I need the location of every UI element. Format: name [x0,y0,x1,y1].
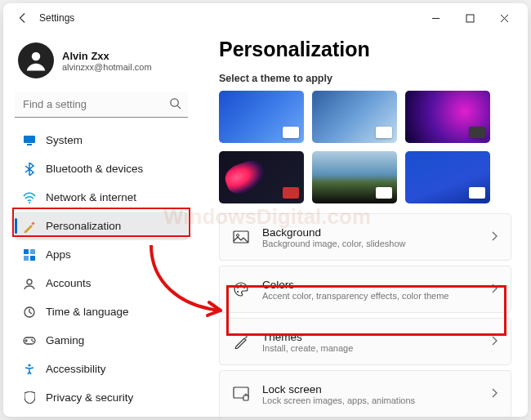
bluetooth-icon [23,163,36,176]
profile-email: alvinzxx@hotmail.com [62,62,152,72]
svg-point-3 [171,99,178,106]
themes-icon [233,333,249,350]
back-button[interactable] [10,5,36,31]
settings-row-colors[interactable]: ColorsAccent color, transparency effects… [219,266,511,313]
row-desc: Lock screen images, apps, animations [262,395,478,405]
network-icon [23,191,36,204]
gaming-icon [23,334,36,347]
sidebar-item-time[interactable]: Time & language [15,297,188,326]
svg-rect-12 [30,256,35,261]
sidebar-item-label: Time & language [46,306,129,318]
row-desc: Install, create, manage [262,343,478,353]
row-title: Lock screen [262,383,478,395]
row-title: Themes [262,331,478,343]
apps-icon [23,248,36,261]
svg-point-18 [28,364,30,366]
theme-thumbnail[interactable] [219,91,304,143]
theme-thumbnail[interactable] [312,91,397,143]
theme-thumbnail[interactable] [405,91,490,143]
chevron-right-icon [491,386,498,401]
theme-thumbnail[interactable] [312,151,397,203]
nav-list: System Bluetooth & devices Network & int… [15,126,188,417]
svg-rect-10 [30,249,35,254]
window-title: Settings [39,12,74,24]
sidebar-item-accessibility[interactable]: Accessibility [15,355,188,383]
theme-thumbnail[interactable] [219,151,304,203]
time-icon [23,306,36,319]
titlebar: Settings [3,3,528,33]
accounts-icon [23,277,36,290]
svg-point-20 [237,235,239,237]
sidebar-item-update[interactable]: Windows Update [15,412,188,417]
sidebar-item-privacy[interactable]: Privacy & security [15,383,188,412]
search-icon [169,97,181,113]
theme-thumbnail[interactable] [405,151,490,203]
profile-name: Alvin Zxx [62,50,152,62]
sidebar-item-label: Gaming [46,334,84,346]
settings-row-themes[interactable]: ThemesInstall, create, manage [219,318,511,365]
sidebar-item-network[interactable]: Network & internet [15,183,188,212]
sidebar-item-personalization[interactable]: Personalization [15,212,188,240]
svg-rect-5 [24,136,35,143]
sidebar-item-label: Personalization [46,220,121,232]
personalization-icon [23,220,36,233]
sidebar-item-label: Bluetooth & devices [46,163,143,175]
svg-rect-11 [24,256,29,261]
row-desc: Background image, color, slideshow [262,239,478,248]
search-input[interactable] [15,92,188,118]
sidebar-item-label: Apps [46,248,71,261]
svg-point-16 [31,339,33,341]
row-title: Background [262,226,478,239]
svg-point-23 [243,287,245,288]
svg-point-22 [240,284,242,286]
svg-rect-8 [31,221,34,225]
sidebar: Alvin Zxx alvinzxx@hotmail.com System Bl… [3,33,198,417]
sidebar-item-system[interactable]: System [15,126,188,154]
svg-point-24 [237,291,239,293]
page-heading: Personalization [219,38,511,61]
sidebar-item-gaming[interactable]: Gaming [15,326,188,355]
chevron-right-icon [491,334,498,349]
sidebar-item-accounts[interactable]: Accounts [15,269,188,297]
svg-point-17 [33,341,34,342]
sidebar-item-label: Accounts [46,277,91,289]
profile-block[interactable]: Alvin Zxx alvinzxx@hotmail.com [15,39,188,90]
svg-point-21 [237,287,239,288]
settings-window: Settings Alvin Zxx alvinzxx@hotmail.com [3,3,528,417]
lockscreen-icon [233,386,249,402]
svg-point-7 [29,202,30,203]
close-button[interactable] [487,6,521,30]
chevron-right-icon [491,282,498,297]
sidebar-item-label: Accessibility [46,363,106,375]
sidebar-item-bluetooth[interactable]: Bluetooth & devices [15,154,188,183]
chevron-right-icon [491,230,498,244]
svg-line-4 [177,105,181,109]
sidebar-item-apps[interactable]: Apps [15,240,188,269]
settings-row-background[interactable]: BackgroundBackground image, color, slide… [219,213,511,261]
settings-row-lockscreen[interactable]: Lock screenLock screen images, apps, ani… [219,370,511,417]
background-icon [233,229,249,245]
sidebar-item-label: Privacy & security [46,391,133,404]
maximize-button[interactable] [453,6,487,30]
system-icon [23,134,36,147]
colors-icon [233,281,249,297]
svg-rect-9 [24,249,29,254]
svg-rect-26 [243,395,248,400]
sidebar-item-label: Network & internet [46,191,136,203]
row-title: Colors [262,279,478,291]
sidebar-item-label: System [46,134,83,146]
row-desc: Accent color, transparency effects, colo… [262,291,478,301]
minimize-button[interactable] [418,6,453,30]
svg-rect-6 [27,144,32,145]
avatar [18,42,54,78]
privacy-icon [23,391,36,404]
main-content: Personalization Select a theme to apply … [198,33,528,417]
svg-rect-1 [466,15,474,22]
svg-point-2 [32,52,41,61]
svg-point-13 [27,279,32,284]
accessibility-icon [23,363,36,376]
theme-section-label: Select a theme to apply [219,73,511,84]
